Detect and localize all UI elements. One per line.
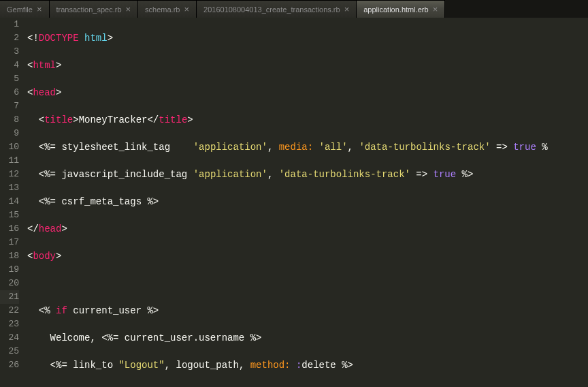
line-number: 4 [0, 59, 19, 72]
tab-migration[interactable]: 20160108004013_create_transactions.rb × [197, 0, 357, 18]
line-number: 17 [0, 236, 19, 249]
line-number: 26 [0, 358, 19, 372]
line-number-gutter: 1234567891011121314151617181920212223242… [0, 18, 24, 387]
code-line [27, 277, 588, 290]
editor-area[interactable]: 1234567891011121314151617181920212223242… [0, 18, 588, 387]
tab-bar: Gemfile × transaction_spec.rb × schema.r… [0, 0, 588, 18]
line-number: 16 [0, 222, 19, 236]
line-number: 14 [0, 195, 19, 208]
line-number: 3 [0, 45, 19, 59]
close-icon[interactable]: × [433, 5, 438, 14]
tab-schema[interactable]: schema.rb × [138, 0, 197, 18]
close-icon[interactable]: × [184, 5, 189, 14]
code-line: Welcome, <%= current_user.username %> [27, 331, 588, 345]
close-icon[interactable]: × [37, 5, 42, 14]
line-number: 10 [0, 140, 19, 154]
close-icon[interactable]: × [344, 5, 350, 14]
code-line: <body> [27, 249, 588, 263]
code-content[interactable]: <!DOCTYPE html> <html> <head> <title>Mon… [24, 18, 588, 387]
code-line: </head> [27, 222, 588, 236]
code-line: <% if current_user %> [27, 304, 588, 318]
tab-label: schema.rb [145, 5, 180, 14]
line-number: 20 [0, 277, 19, 290]
code-line: <%= link_to "Logout", logout_path, metho… [27, 358, 588, 372]
line-number: 5 [0, 72, 19, 86]
code-line: <%= javascript_include_tag 'application'… [27, 168, 588, 181]
tab-label: application.html.erb [363, 5, 428, 14]
code-line: <%= csrf_meta_tags %> [27, 195, 588, 208]
tab-application-erb[interactable]: application.html.erb × [357, 0, 445, 18]
code-line: <title>MoneyTracker</title> [27, 113, 588, 127]
close-icon[interactable]: × [126, 5, 131, 14]
code-line: <head> [27, 86, 588, 99]
code-line: <html> [27, 59, 588, 72]
line-number: 1 [0, 18, 19, 31]
code-line: <!DOCTYPE html> [27, 31, 588, 45]
line-number: 12 [0, 168, 19, 181]
line-number: 15 [0, 208, 19, 222]
line-number: 8 [0, 113, 19, 127]
tab-gemfile[interactable]: Gemfile × [0, 0, 50, 18]
tab-label: transaction_spec.rb [56, 5, 122, 14]
line-number: 24 [0, 331, 19, 345]
line-number: 9 [0, 127, 19, 140]
code-line: <%= stylesheet_link_tag 'application', m… [27, 140, 588, 154]
tab-transaction-spec[interactable]: transaction_spec.rb × [50, 0, 139, 18]
tab-label: Gemfile [7, 5, 33, 14]
line-number: 6 [0, 86, 19, 99]
line-number: 25 [0, 345, 19, 358]
tab-label: 20160108004013_create_transactions.rb [203, 5, 340, 14]
line-number: 13 [0, 181, 19, 195]
line-number: 2 [0, 31, 19, 45]
line-number: 11 [0, 154, 19, 168]
line-number: 18 [0, 249, 19, 263]
line-number: 23 [0, 318, 19, 331]
line-number: 19 [0, 263, 19, 277]
line-number: 7 [0, 99, 19, 113]
line-number: 21 [0, 290, 19, 304]
line-number: 22 [0, 304, 19, 318]
